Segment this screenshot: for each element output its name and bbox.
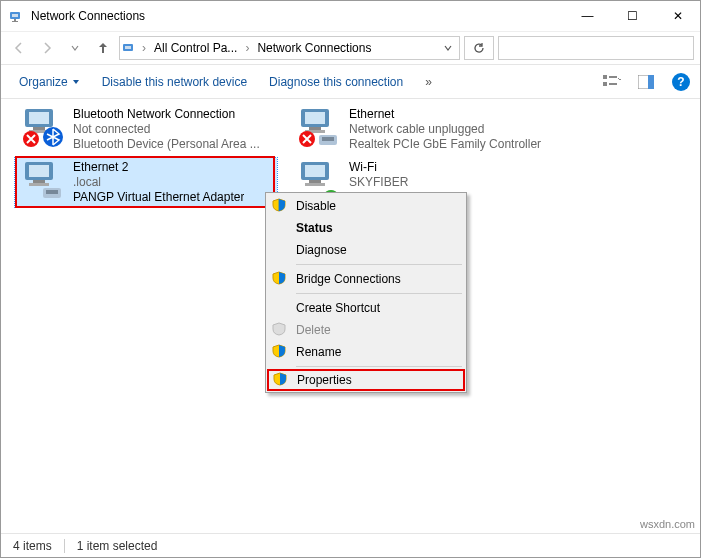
connection-icon bbox=[19, 107, 67, 149]
organize-button[interactable]: Organize bbox=[11, 71, 88, 93]
window-controls: — ☐ ✕ bbox=[565, 1, 700, 31]
ctx-diagnose[interactable]: Diagnose bbox=[268, 239, 464, 261]
connection-status: Not connected bbox=[73, 122, 260, 137]
svg-rect-32 bbox=[305, 165, 325, 177]
svg-rect-11 bbox=[648, 75, 654, 89]
separator bbox=[296, 293, 462, 294]
connection-device: PANGP Virtual Ethernet Adapter bbox=[73, 190, 244, 205]
svg-rect-30 bbox=[46, 190, 58, 194]
svg-rect-3 bbox=[12, 21, 18, 22]
connections-list: Bluetooth Network Connection Not connect… bbox=[1, 99, 700, 533]
selected-count: 1 item selected bbox=[77, 539, 158, 553]
separator bbox=[64, 539, 65, 553]
window-title: Network Connections bbox=[31, 9, 565, 23]
connection-item-bluetooth[interactable]: Bluetooth Network Connection Not connect… bbox=[15, 105, 277, 154]
chevron-right-icon[interactable]: › bbox=[243, 41, 251, 55]
connection-item-ethernet[interactable]: Ethernet Network cable unplugged Realtek… bbox=[291, 105, 553, 154]
ctx-label: Delete bbox=[296, 323, 331, 337]
separator bbox=[296, 264, 462, 265]
ctx-rename[interactable]: Rename bbox=[268, 341, 464, 363]
svg-rect-2 bbox=[14, 19, 16, 21]
svg-rect-7 bbox=[609, 76, 617, 78]
connection-icon bbox=[19, 160, 67, 202]
recent-locations-button[interactable] bbox=[63, 36, 87, 60]
connection-name: Ethernet bbox=[349, 107, 541, 122]
connection-device: Bluetooth Device (Personal Area ... bbox=[73, 137, 260, 152]
command-bar: Organize Disable this network device Dia… bbox=[1, 65, 700, 99]
ctx-create-shortcut[interactable]: Create Shortcut bbox=[268, 297, 464, 319]
svg-rect-34 bbox=[305, 183, 325, 186]
spacer-icon bbox=[272, 242, 288, 258]
preview-pane-button[interactable] bbox=[632, 70, 660, 94]
minimize-button[interactable]: — bbox=[565, 1, 610, 31]
refresh-button[interactable] bbox=[464, 36, 494, 60]
address-field[interactable]: › All Control Pa... › Network Connection… bbox=[119, 36, 460, 60]
search-input[interactable] bbox=[498, 36, 694, 60]
svg-rect-19 bbox=[305, 112, 325, 124]
svg-rect-9 bbox=[609, 83, 617, 85]
address-bar: › All Control Pa... › Network Connection… bbox=[1, 31, 700, 65]
close-button[interactable]: ✕ bbox=[655, 1, 700, 31]
ctx-disable[interactable]: Disable bbox=[268, 195, 464, 217]
up-button[interactable] bbox=[91, 36, 115, 60]
ctx-label: Bridge Connections bbox=[296, 272, 401, 286]
breadcrumb-current[interactable]: Network Connections bbox=[253, 37, 375, 59]
network-connections-window: Network Connections — ☐ ✕ › All Control … bbox=[0, 0, 701, 558]
ctx-delete: Delete bbox=[268, 319, 464, 341]
address-dropdown-button[interactable] bbox=[439, 43, 457, 53]
svg-rect-20 bbox=[309, 127, 321, 130]
connection-status: SKYFIBER bbox=[349, 175, 408, 190]
svg-rect-14 bbox=[33, 127, 45, 130]
svg-rect-1 bbox=[12, 14, 18, 17]
shield-icon bbox=[272, 322, 288, 338]
item-count: 4 items bbox=[13, 539, 52, 553]
diagnose-connection-button[interactable]: Diagnose this connection bbox=[261, 71, 411, 93]
view-options-button[interactable] bbox=[598, 70, 626, 94]
connection-device: Realtek PCIe GbE Family Controller bbox=[349, 137, 541, 152]
help-button[interactable]: ? bbox=[672, 73, 690, 91]
maximize-button[interactable]: ☐ bbox=[610, 1, 655, 31]
shield-icon bbox=[272, 198, 288, 214]
ctx-label: Disable bbox=[296, 199, 336, 213]
separator bbox=[296, 366, 462, 367]
ctx-label: Rename bbox=[296, 345, 341, 359]
spacer-icon bbox=[272, 300, 288, 316]
svg-rect-5 bbox=[125, 46, 131, 49]
svg-rect-6 bbox=[603, 75, 607, 79]
chevron-down-icon bbox=[72, 78, 80, 86]
disable-device-button[interactable]: Disable this network device bbox=[94, 71, 255, 93]
app-icon bbox=[9, 8, 25, 24]
organize-label: Organize bbox=[19, 75, 68, 89]
connection-status: .local bbox=[73, 175, 244, 190]
ctx-label: Properties bbox=[297, 373, 352, 387]
watermark: wsxdn.com bbox=[640, 518, 695, 530]
connection-item-ethernet2[interactable]: Ethernet 2 .local PANGP Virtual Ethernet… bbox=[15, 158, 277, 207]
back-button[interactable] bbox=[7, 36, 31, 60]
context-menu: Disable Status Diagnose Bridge Connectio… bbox=[265, 192, 467, 393]
status-bar: 4 items 1 item selected bbox=[1, 533, 700, 557]
ctx-label: Create Shortcut bbox=[296, 301, 380, 315]
svg-rect-27 bbox=[33, 180, 45, 183]
spacer-icon bbox=[272, 220, 288, 236]
ctx-label: Status bbox=[296, 221, 333, 235]
breadcrumb-root[interactable]: All Control Pa... bbox=[150, 37, 241, 59]
shield-icon bbox=[272, 344, 288, 360]
svg-rect-13 bbox=[29, 112, 49, 124]
connection-name: Wi-Fi bbox=[349, 160, 408, 175]
shield-icon bbox=[273, 372, 289, 388]
svg-rect-28 bbox=[29, 183, 49, 186]
connection-status: Network cable unplugged bbox=[349, 122, 541, 137]
svg-rect-8 bbox=[603, 82, 607, 86]
shield-icon bbox=[272, 271, 288, 287]
more-commands-button[interactable]: » bbox=[417, 71, 440, 93]
connection-name: Ethernet 2 bbox=[73, 160, 244, 175]
svg-rect-26 bbox=[29, 165, 49, 177]
chevron-right-icon[interactable]: › bbox=[140, 41, 148, 55]
ctx-bridge[interactable]: Bridge Connections bbox=[268, 268, 464, 290]
forward-button[interactable] bbox=[35, 36, 59, 60]
svg-rect-24 bbox=[322, 137, 334, 141]
ctx-properties[interactable]: Properties bbox=[267, 369, 465, 391]
ctx-status[interactable]: Status bbox=[268, 217, 464, 239]
ctx-label: Diagnose bbox=[296, 243, 347, 257]
svg-rect-33 bbox=[309, 180, 321, 183]
